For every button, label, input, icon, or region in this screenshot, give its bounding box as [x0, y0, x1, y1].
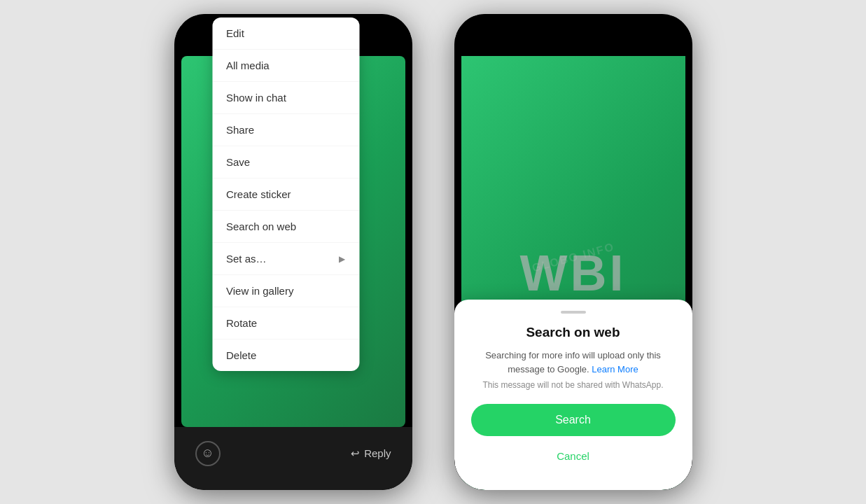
- main-scene: W GLOBO INFO Edit All media Show in chat: [0, 0, 866, 504]
- menu-item-share[interactable]: Share: [212, 114, 359, 146]
- menu-item-save-label: Save: [226, 156, 250, 168]
- menu-item-create-sticker-label: Create sticker: [226, 188, 291, 200]
- emoji-button[interactable]: ☺: [195, 441, 221, 466]
- menu-item-save[interactable]: Save: [212, 146, 359, 178]
- right-phone-screen: WBI GLOBO INFO Search on web Searching f…: [454, 14, 692, 490]
- reply-button[interactable]: ↩ Reply: [351, 447, 391, 460]
- menu-item-search-on-web-label: Search on web: [226, 220, 296, 232]
- sheet-description: Searching for more info will upload only…: [471, 349, 676, 376]
- left-phone: W GLOBO INFO Edit All media Show in chat: [174, 14, 412, 490]
- cancel-button[interactable]: Cancel: [471, 443, 676, 469]
- context-menu: Edit All media Show in chat Share Save: [212, 18, 359, 371]
- right-phone: WBI GLOBO INFO Search on web Searching f…: [454, 14, 692, 490]
- menu-item-rotate[interactable]: Rotate: [212, 307, 359, 340]
- learn-more-link[interactable]: Learn More: [592, 364, 638, 374]
- left-phone-screen: W GLOBO INFO Edit All media Show in chat: [174, 14, 412, 490]
- chevron-right-icon: ▶: [339, 254, 345, 264]
- sheet-sub-text: This message will not be shared with Wha…: [471, 380, 676, 390]
- menu-item-show-in-chat-label: Show in chat: [226, 92, 286, 104]
- menu-item-view-in-gallery-label: View in gallery: [226, 285, 293, 297]
- menu-item-set-as-label: Set as…: [226, 253, 267, 265]
- menu-item-set-as[interactable]: Set as… ▶: [212, 243, 359, 275]
- emoji-icon: ☺: [201, 446, 214, 461]
- bottom-bar-left: ☺ ↩ Reply: [174, 427, 412, 490]
- menu-item-edit[interactable]: Edit: [212, 18, 359, 50]
- menu-item-delete[interactable]: Delete: [212, 340, 359, 371]
- reply-label: Reply: [364, 447, 391, 459]
- menu-item-show-in-chat[interactable]: Show in chat: [212, 82, 359, 114]
- sheet-handle: [561, 311, 586, 314]
- menu-item-edit-label: Edit: [226, 27, 244, 39]
- menu-item-search-on-web[interactable]: Search on web: [212, 211, 359, 243]
- menu-item-create-sticker[interactable]: Create sticker: [212, 178, 359, 211]
- sheet-title: Search on web: [471, 325, 676, 340]
- menu-item-all-media[interactable]: All media: [212, 50, 359, 82]
- menu-item-delete-label: Delete: [226, 349, 256, 361]
- bottom-sheet: Search on web Searching for more info wi…: [454, 300, 692, 490]
- menu-item-rotate-label: Rotate: [226, 317, 257, 329]
- menu-item-all-media-label: All media: [226, 59, 270, 71]
- search-button[interactable]: Search: [471, 404, 676, 436]
- menu-item-share-label: Share: [226, 124, 254, 136]
- reply-icon: ↩: [351, 447, 360, 460]
- menu-item-view-in-gallery[interactable]: View in gallery: [212, 275, 359, 307]
